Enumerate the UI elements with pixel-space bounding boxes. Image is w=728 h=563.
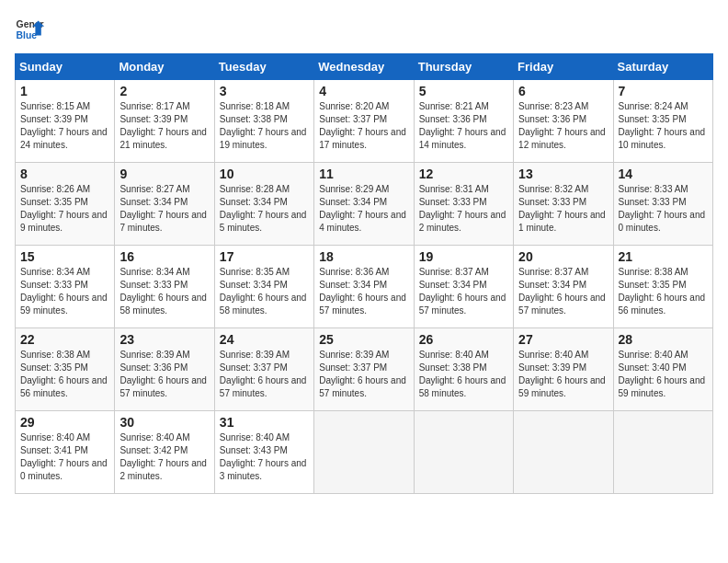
calendar-cell: 17 Sunrise: 8:35 AMSunset: 3:34 PMDaylig… bbox=[214, 246, 313, 328]
cell-content: Sunrise: 8:33 AMSunset: 3:33 PMDaylight:… bbox=[619, 183, 708, 235]
day-number: 15 bbox=[20, 249, 109, 264]
cell-content: Sunrise: 8:28 AMSunset: 3:34 PMDaylight:… bbox=[220, 183, 309, 235]
calendar-week-3: 15 Sunrise: 8:34 AMSunset: 3:33 PMDaylig… bbox=[16, 246, 713, 328]
calendar-cell: 22 Sunrise: 8:38 AMSunset: 3:35 PMDaylig… bbox=[16, 328, 115, 411]
calendar-table: SundayMondayTuesdayWednesdayThursdayFrid… bbox=[15, 53, 713, 494]
cell-content: Sunrise: 8:27 AMSunset: 3:34 PMDaylight:… bbox=[119, 183, 209, 235]
cell-content: Sunrise: 8:39 AMSunset: 3:36 PMDaylight:… bbox=[119, 349, 209, 400]
cell-content: Sunrise: 8:38 AMSunset: 3:35 PMDaylight:… bbox=[20, 349, 109, 400]
calendar-cell: 27 Sunrise: 8:40 AMSunset: 3:39 PMDaylig… bbox=[514, 328, 613, 411]
day-number: 23 bbox=[119, 332, 209, 347]
cell-content: Sunrise: 8:38 AMSunset: 3:35 PMDaylight:… bbox=[619, 266, 708, 317]
day-header-tuesday: Tuesday bbox=[214, 54, 313, 80]
calendar-cell: 9 Sunrise: 8:27 AMSunset: 3:34 PMDayligh… bbox=[115, 163, 214, 246]
header: General Blue bbox=[15, 15, 713, 44]
calendar-cell: 30 Sunrise: 8:40 AMSunset: 3:42 PMDaylig… bbox=[115, 411, 214, 494]
calendar-cell: 31 Sunrise: 8:40 AMSunset: 3:43 PMDaylig… bbox=[214, 411, 313, 494]
day-number: 11 bbox=[319, 167, 408, 181]
day-number: 20 bbox=[518, 249, 608, 264]
day-number: 3 bbox=[220, 84, 309, 98]
calendar-cell: 4 Sunrise: 8:20 AMSunset: 3:37 PMDayligh… bbox=[314, 80, 414, 163]
day-header-sunday: Sunday bbox=[16, 54, 115, 80]
day-number: 12 bbox=[419, 167, 508, 181]
cell-content: Sunrise: 8:40 AMSunset: 3:40 PMDaylight:… bbox=[619, 349, 708, 400]
day-number: 19 bbox=[419, 249, 508, 264]
calendar-cell: 2 Sunrise: 8:17 AMSunset: 3:39 PMDayligh… bbox=[115, 80, 214, 163]
cell-content: Sunrise: 8:40 AMSunset: 3:41 PMDaylight:… bbox=[20, 431, 109, 483]
calendar-cell: 18 Sunrise: 8:36 AMSunset: 3:34 PMDaylig… bbox=[314, 246, 414, 328]
cell-content: Sunrise: 8:15 AMSunset: 3:39 PMDaylight:… bbox=[20, 100, 109, 152]
calendar-week-2: 8 Sunrise: 8:26 AMSunset: 3:35 PMDayligh… bbox=[16, 163, 713, 246]
day-number: 1 bbox=[20, 84, 109, 98]
calendar-cell: 13 Sunrise: 8:32 AMSunset: 3:33 PMDaylig… bbox=[514, 163, 613, 246]
logo: General Blue bbox=[15, 15, 44, 44]
calendar-cell: 12 Sunrise: 8:31 AMSunset: 3:33 PMDaylig… bbox=[414, 163, 513, 246]
calendar-cell: 6 Sunrise: 8:23 AMSunset: 3:36 PMDayligh… bbox=[514, 80, 613, 163]
cell-content: Sunrise: 8:34 AMSunset: 3:33 PMDaylight:… bbox=[20, 266, 109, 317]
day-number: 17 bbox=[220, 249, 309, 264]
calendar-cell: 10 Sunrise: 8:28 AMSunset: 3:34 PMDaylig… bbox=[214, 163, 313, 246]
cell-content: Sunrise: 8:26 AMSunset: 3:35 PMDaylight:… bbox=[20, 183, 109, 235]
day-header-friday: Friday bbox=[514, 54, 613, 80]
cell-content: Sunrise: 8:34 AMSunset: 3:33 PMDaylight:… bbox=[119, 266, 209, 317]
calendar-cell bbox=[414, 411, 513, 494]
cell-content: Sunrise: 8:18 AMSunset: 3:38 PMDaylight:… bbox=[220, 100, 309, 152]
day-number: 7 bbox=[619, 84, 708, 98]
day-number: 8 bbox=[20, 167, 109, 181]
cell-content: Sunrise: 8:40 AMSunset: 3:43 PMDaylight:… bbox=[220, 431, 309, 483]
day-number: 24 bbox=[220, 332, 309, 347]
logo-icon: General Blue bbox=[15, 15, 44, 44]
calendar-cell: 24 Sunrise: 8:39 AMSunset: 3:37 PMDaylig… bbox=[214, 328, 313, 411]
cell-content: Sunrise: 8:39 AMSunset: 3:37 PMDaylight:… bbox=[319, 349, 408, 400]
calendar-cell: 8 Sunrise: 8:26 AMSunset: 3:35 PMDayligh… bbox=[16, 163, 115, 246]
day-number: 28 bbox=[619, 332, 708, 347]
cell-content: Sunrise: 8:37 AMSunset: 3:34 PMDaylight:… bbox=[518, 266, 608, 317]
calendar-cell: 21 Sunrise: 8:38 AMSunset: 3:35 PMDaylig… bbox=[613, 246, 712, 328]
day-number: 30 bbox=[119, 415, 209, 430]
calendar-cell: 3 Sunrise: 8:18 AMSunset: 3:38 PMDayligh… bbox=[214, 80, 313, 163]
calendar-cell: 5 Sunrise: 8:21 AMSunset: 3:36 PMDayligh… bbox=[414, 80, 513, 163]
calendar-cell: 14 Sunrise: 8:33 AMSunset: 3:33 PMDaylig… bbox=[613, 163, 712, 246]
cell-content: Sunrise: 8:40 AMSunset: 3:42 PMDaylight:… bbox=[119, 431, 209, 483]
calendar-header-row: SundayMondayTuesdayWednesdayThursdayFrid… bbox=[16, 54, 713, 80]
day-header-thursday: Thursday bbox=[414, 54, 513, 80]
cell-content: Sunrise: 8:37 AMSunset: 3:34 PMDaylight:… bbox=[419, 266, 508, 317]
day-number: 5 bbox=[419, 84, 508, 98]
cell-content: Sunrise: 8:29 AMSunset: 3:34 PMDaylight:… bbox=[319, 183, 408, 235]
day-number: 13 bbox=[518, 167, 608, 181]
calendar-cell: 20 Sunrise: 8:37 AMSunset: 3:34 PMDaylig… bbox=[514, 246, 613, 328]
day-number: 2 bbox=[119, 84, 209, 98]
cell-content: Sunrise: 8:32 AMSunset: 3:33 PMDaylight:… bbox=[518, 183, 608, 235]
day-number: 4 bbox=[319, 84, 408, 98]
day-number: 18 bbox=[319, 249, 408, 264]
cell-content: Sunrise: 8:39 AMSunset: 3:37 PMDaylight:… bbox=[220, 349, 309, 400]
calendar-cell: 26 Sunrise: 8:40 AMSunset: 3:38 PMDaylig… bbox=[414, 328, 513, 411]
calendar-cell bbox=[314, 411, 414, 494]
cell-content: Sunrise: 8:23 AMSunset: 3:36 PMDaylight:… bbox=[518, 100, 608, 152]
day-number: 16 bbox=[119, 249, 209, 264]
calendar-cell bbox=[613, 411, 712, 494]
calendar-cell: 7 Sunrise: 8:24 AMSunset: 3:35 PMDayligh… bbox=[613, 80, 712, 163]
day-number: 25 bbox=[319, 332, 408, 347]
calendar-cell bbox=[514, 411, 613, 494]
calendar-cell: 15 Sunrise: 8:34 AMSunset: 3:33 PMDaylig… bbox=[16, 246, 115, 328]
day-number: 21 bbox=[619, 249, 708, 264]
cell-content: Sunrise: 8:40 AMSunset: 3:39 PMDaylight:… bbox=[518, 349, 608, 400]
day-number: 31 bbox=[220, 415, 309, 430]
day-header-saturday: Saturday bbox=[613, 54, 712, 80]
cell-content: Sunrise: 8:17 AMSunset: 3:39 PMDaylight:… bbox=[119, 100, 209, 152]
cell-content: Sunrise: 8:40 AMSunset: 3:38 PMDaylight:… bbox=[419, 349, 508, 400]
cell-content: Sunrise: 8:21 AMSunset: 3:36 PMDaylight:… bbox=[419, 100, 508, 152]
cell-content: Sunrise: 8:35 AMSunset: 3:34 PMDaylight:… bbox=[220, 266, 309, 317]
calendar-cell: 25 Sunrise: 8:39 AMSunset: 3:37 PMDaylig… bbox=[314, 328, 414, 411]
calendar-cell: 28 Sunrise: 8:40 AMSunset: 3:40 PMDaylig… bbox=[613, 328, 712, 411]
calendar-cell: 16 Sunrise: 8:34 AMSunset: 3:33 PMDaylig… bbox=[115, 246, 214, 328]
calendar-week-4: 22 Sunrise: 8:38 AMSunset: 3:35 PMDaylig… bbox=[16, 328, 713, 411]
day-number: 27 bbox=[518, 332, 608, 347]
calendar-cell: 1 Sunrise: 8:15 AMSunset: 3:39 PMDayligh… bbox=[16, 80, 115, 163]
day-number: 10 bbox=[220, 167, 309, 181]
day-header-monday: Monday bbox=[115, 54, 214, 80]
day-number: 14 bbox=[619, 167, 708, 181]
day-number: 22 bbox=[20, 332, 109, 347]
svg-text:Blue: Blue bbox=[17, 30, 38, 40]
